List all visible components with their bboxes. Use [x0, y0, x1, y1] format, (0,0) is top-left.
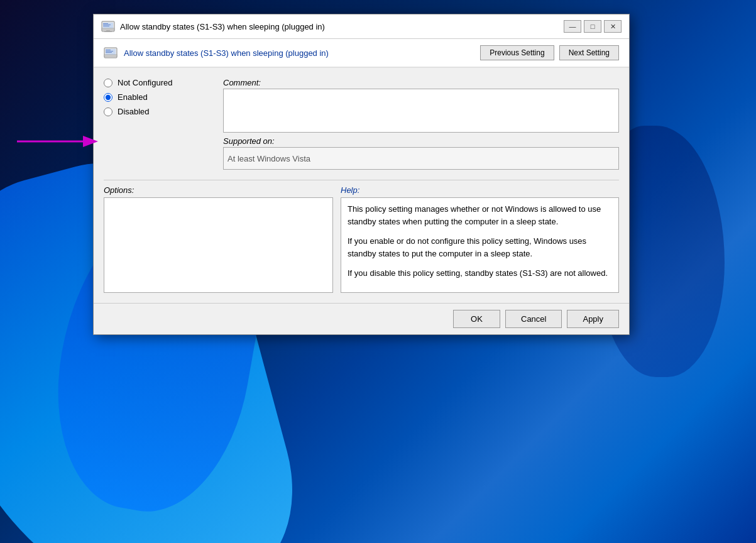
- close-button[interactable]: ✕: [604, 20, 622, 33]
- dialog-header: Allow standby states (S1-S3) when sleepi…: [94, 39, 629, 68]
- maximize-button[interactable]: □: [584, 20, 601, 33]
- help-label: Help:: [341, 185, 619, 195]
- radio-enabled-input[interactable]: [104, 93, 112, 102]
- help-paragraph-2: If you enable or do not configure this p…: [348, 235, 612, 260]
- radio-not-configured-input[interactable]: [104, 79, 112, 87]
- svg-rect-12: [104, 55, 117, 57]
- title-bar: Allow standby states (S1-S3) when sleepi…: [94, 14, 629, 39]
- radio-disabled[interactable]: Disabled: [104, 107, 223, 116]
- svg-rect-4: [102, 28, 114, 30]
- help-paragraph-1: This policy setting manages whether or n…: [348, 203, 612, 228]
- dialog-content: Not Configured Enabled Disabled Comment:: [94, 68, 629, 303]
- help-paragraph-3: If you disable this policy setting, stan…: [348, 267, 612, 280]
- apply-button[interactable]: Apply: [567, 310, 619, 328]
- svg-rect-6: [104, 31, 112, 32]
- window-controls: — □ ✕: [564, 20, 622, 33]
- comment-label: Comment:: [223, 78, 619, 87]
- supported-value: At least Windows Vista: [223, 147, 619, 170]
- dialog-title: Allow standby states (S1-S3) when sleepi…: [120, 22, 564, 31]
- header-left: Allow standby states (S1-S3) when sleepi…: [104, 46, 329, 60]
- svg-rect-5: [106, 30, 110, 31]
- help-text-box: This policy setting manages whether or n…: [341, 197, 619, 293]
- next-setting-button[interactable]: Next Setting: [559, 45, 619, 60]
- options-box: [104, 197, 333, 293]
- title-bar-icon: [101, 19, 115, 33]
- supported-area: Supported on: At least Windows Vista: [223, 136, 619, 170]
- radio-not-configured[interactable]: Not Configured: [104, 78, 223, 87]
- annotation-arrow: [14, 129, 102, 154]
- minimize-button[interactable]: —: [564, 20, 581, 33]
- top-section: Not Configured Enabled Disabled Comment:: [104, 78, 619, 170]
- dialog-footer: OK Cancel Apply: [94, 303, 629, 334]
- radio-group: Not Configured Enabled Disabled: [104, 78, 223, 170]
- nav-buttons: Previous Setting Next Setting: [480, 45, 619, 60]
- previous-setting-button[interactable]: Previous Setting: [480, 45, 554, 60]
- svg-rect-8: [103, 25, 111, 25]
- svg-rect-15: [106, 52, 112, 53]
- radio-enabled[interactable]: Enabled: [104, 92, 223, 102]
- comment-textarea[interactable]: [223, 89, 619, 133]
- svg-rect-9: [103, 26, 109, 26]
- policy-dialog: Allow standby states (S1-S3) when sleepi…: [93, 14, 630, 335]
- disabled-label: Disabled: [118, 107, 150, 116]
- divider: [104, 180, 619, 180]
- header-title: Allow standby states (S1-S3) when sleepi…: [124, 48, 329, 58]
- bottom-section: Options: Help: This policy setting manag…: [104, 185, 619, 293]
- svg-rect-13: [106, 50, 111, 50]
- ok-button[interactable]: OK: [453, 310, 500, 328]
- right-section: Comment: Supported on: At least Windows …: [223, 78, 619, 170]
- help-panel: Help: This policy setting manages whethe…: [341, 185, 619, 293]
- not-configured-label: Not Configured: [118, 78, 172, 87]
- svg-rect-7: [103, 23, 108, 24]
- svg-rect-14: [106, 51, 113, 52]
- options-label: Options:: [104, 185, 333, 195]
- supported-label: Supported on:: [223, 136, 619, 146]
- radio-disabled-input[interactable]: [104, 107, 112, 116]
- comment-area: Comment:: [223, 78, 619, 133]
- header-icon: [104, 46, 118, 60]
- options-panel: Options:: [104, 185, 333, 293]
- enabled-label: Enabled: [118, 92, 148, 102]
- cancel-button[interactable]: Cancel: [505, 310, 562, 328]
